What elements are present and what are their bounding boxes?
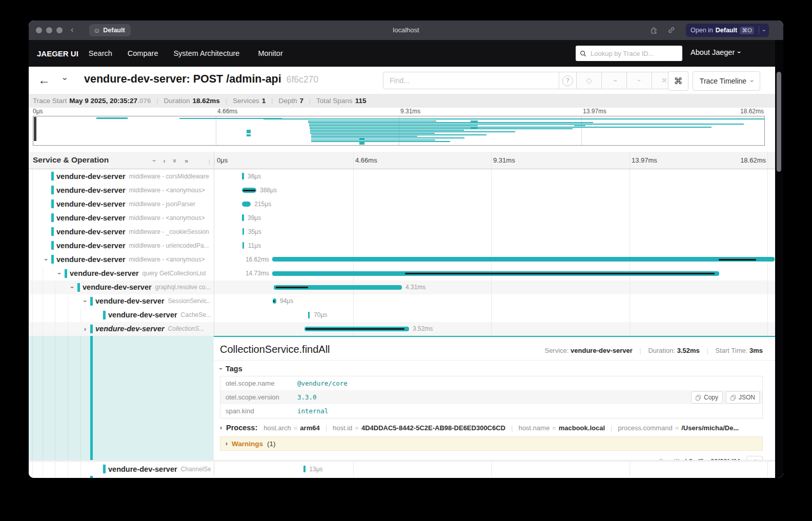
span-row[interactable]: ›vendure-dev-servermiddleware - <anonymo… xyxy=(29,252,775,266)
open-in-default-button[interactable]: Open in Default ⌘O › xyxy=(686,24,769,37)
page-scrollbar[interactable] xyxy=(775,40,783,478)
span-name-group[interactable]: vendure-dev-servermiddleware - corsMiddl… xyxy=(56,169,211,183)
json-tags-button[interactable]: JSON xyxy=(726,391,760,404)
span-name-group[interactable]: vendure-dev-servermiddleware - <anonymou… xyxy=(56,252,211,266)
collapse-chevron-icon[interactable]: › xyxy=(43,252,50,266)
span-row[interactable]: vendure-dev-serverCacheSe...70μs xyxy=(29,308,775,322)
span-bar[interactable] xyxy=(272,257,775,262)
tag-row[interactable]: span.kindinternal xyxy=(220,404,762,418)
span-name-group[interactable]: vendure-dev-servermiddleware - jsonParse… xyxy=(56,197,211,211)
span-operation-name: middleware - _cookieSession xyxy=(129,228,209,235)
keyboard-shortcuts-button[interactable]: ⌘ xyxy=(668,71,688,91)
nav-item-search[interactable]: Search xyxy=(89,49,112,57)
minimap-span xyxy=(359,141,364,145)
back-arrow-icon[interactable]: ← xyxy=(38,73,50,87)
span-name-group[interactable]: vendure-dev-servermiddleware - urlencode… xyxy=(56,238,211,252)
span-bar[interactable] xyxy=(308,312,310,318)
span-bar[interactable] xyxy=(242,214,244,221)
collapse-one-icon[interactable]: › xyxy=(151,159,158,162)
span-bar[interactable] xyxy=(242,228,245,235)
process-accordion[interactable]: › Process: host.arch=arm64|host.id=4D4DD… xyxy=(220,424,763,432)
trace-id-input[interactable] xyxy=(590,49,668,58)
prev-result-button[interactable]: › xyxy=(602,72,627,89)
about-jaeger-menu[interactable]: About Jaeger › xyxy=(691,48,740,56)
search-icon xyxy=(580,50,586,57)
collapse-chevron-icon[interactable]: › xyxy=(82,294,89,308)
copy-tags-button[interactable]: Copy xyxy=(691,391,723,404)
focus-span-button[interactable]: ◇ xyxy=(577,72,602,89)
span-row[interactable]: vendure-dev-servermiddleware - <anonymou… xyxy=(29,211,775,225)
expand-all-icon[interactable]: » xyxy=(185,157,188,165)
process-label: Process: xyxy=(226,424,257,432)
span-name-group[interactable]: vendure-dev-serverChannelServi... xyxy=(108,462,211,476)
browser-titlebar: ‹ ☺ Default localhost Open in Default ⌘O xyxy=(29,21,783,40)
collapse-trace-chevron-icon[interactable]: › xyxy=(64,74,66,84)
span-row[interactable]: vendure-dev-serverChannelServi...13μs xyxy=(29,462,775,476)
trace-minimap[interactable] xyxy=(33,116,765,146)
button-divider xyxy=(759,26,759,34)
collapse-chevron-icon[interactable]: › xyxy=(69,280,76,294)
span-row[interactable]: vendure-dev-servermiddleware - urlencode… xyxy=(29,238,775,252)
tag-row[interactable]: otel.scope.name@vendure/core xyxy=(220,376,762,390)
span-name-group[interactable]: vendure-dev-serverCollectionS... xyxy=(95,322,211,336)
span-row[interactable]: vendure-dev-servermiddleware - _cookieSe… xyxy=(29,225,775,238)
span-row[interactable]: vendure-dev-servermiddleware - <anonymou… xyxy=(29,183,775,197)
span-row[interactable]: ›vendure-dev-serverCollectionS...3.52ms xyxy=(29,322,775,336)
indent-guide xyxy=(80,308,81,322)
minimap-tick-label: 4.66ms xyxy=(217,108,237,115)
nav-item-monitor[interactable]: Monitor xyxy=(258,49,282,57)
column-resizer-handle[interactable]: ❘❘ xyxy=(207,159,217,165)
indent-guide xyxy=(43,462,43,476)
span-row[interactable]: vendure-dev-servermiddleware - corsMiddl… xyxy=(29,169,775,183)
indent-guide xyxy=(68,294,68,308)
span-name-group[interactable]: vendure-dev-servermiddleware - <anonymou… xyxy=(56,183,211,197)
collapse-all-icon[interactable]: » xyxy=(171,158,179,162)
span-bar[interactable] xyxy=(242,242,245,249)
indent-guide xyxy=(32,238,33,252)
span-row[interactable]: ›vendure-dev-serverSessionServic...94μs xyxy=(29,294,775,308)
collapse-chevron-icon[interactable]: › xyxy=(56,267,63,280)
extensions-puzzle-icon[interactable] xyxy=(650,26,659,34)
span-name-group[interactable]: vendure-dev-servermiddleware - <anonymou… xyxy=(56,211,211,225)
span-row[interactable]: ›vendure-dev-serverquery GetCollectionLi… xyxy=(29,267,775,280)
tag-value: @vendure/core xyxy=(297,379,348,387)
nav-item-system-architecture[interactable]: System Architecture xyxy=(173,49,239,57)
copy-link-icon[interactable] xyxy=(667,26,676,34)
span-name-group[interactable]: vendure-dev-servermiddleware - _cookieSe… xyxy=(56,225,211,238)
minimap-drag-handle[interactable] xyxy=(34,117,36,141)
scrollbar-thumb[interactable] xyxy=(777,72,781,172)
next-result-button[interactable]: › xyxy=(627,72,652,89)
span-name-group[interactable]: vendure-dev-servergraphql.resolve co... xyxy=(83,280,211,294)
find-help-button[interactable]: ? xyxy=(559,72,577,89)
span-operation-name: ChannelServi... xyxy=(181,466,211,473)
process-divider: | xyxy=(511,424,513,432)
warnings-count: (1) xyxy=(267,440,276,448)
stat-total-spans: Total Spans115 xyxy=(316,97,366,105)
warnings-accordion[interactable]: › Warnings (1) xyxy=(220,436,763,451)
minimap-tick-label: 18.62ms xyxy=(740,108,764,115)
span-row-channel[interactable]: vendure-dev-serverChannelServi...13μs xyxy=(29,462,775,476)
span-service-name: vendure-dev-server xyxy=(56,228,126,236)
jaeger-logo[interactable]: JAEGER UI xyxy=(37,49,78,58)
expand-one-icon[interactable]: › xyxy=(163,157,165,165)
trace-view-dropdown[interactable]: Trace Timeline › xyxy=(693,71,760,91)
chevron-down-icon[interactable]: › xyxy=(761,25,767,35)
span-bar[interactable] xyxy=(242,173,244,179)
span-link-button[interactable] xyxy=(746,456,763,460)
expand-chevron-icon[interactable]: › xyxy=(82,322,89,336)
span-row[interactable]: ›vendure-dev-servergraphql.resolve co...… xyxy=(29,280,775,294)
nav-item-compare[interactable]: Compare xyxy=(128,49,158,57)
column-divider[interactable] xyxy=(214,152,214,169)
find-input[interactable] xyxy=(383,72,559,89)
span-name-group[interactable]: vendure-dev-serverSessionServic... xyxy=(95,294,211,308)
stat-divider: | xyxy=(226,97,227,105)
span-bar[interactable] xyxy=(303,466,306,472)
trace-id-search[interactable] xyxy=(576,46,682,61)
span-color-bar xyxy=(90,476,93,478)
span-bar[interactable] xyxy=(242,202,251,207)
tag-row[interactable]: otel.scope.version3.3.0 xyxy=(220,390,762,404)
span-row[interactable]: vendure-dev-servermiddleware - jsonParse… xyxy=(29,197,775,211)
span-name-group[interactable]: vendure-dev-serverquery GetCollectionLis… xyxy=(70,267,211,280)
tags-accordion[interactable]: › Tags xyxy=(220,365,775,373)
span-name-group[interactable]: vendure-dev-serverCacheSe... xyxy=(108,308,211,322)
